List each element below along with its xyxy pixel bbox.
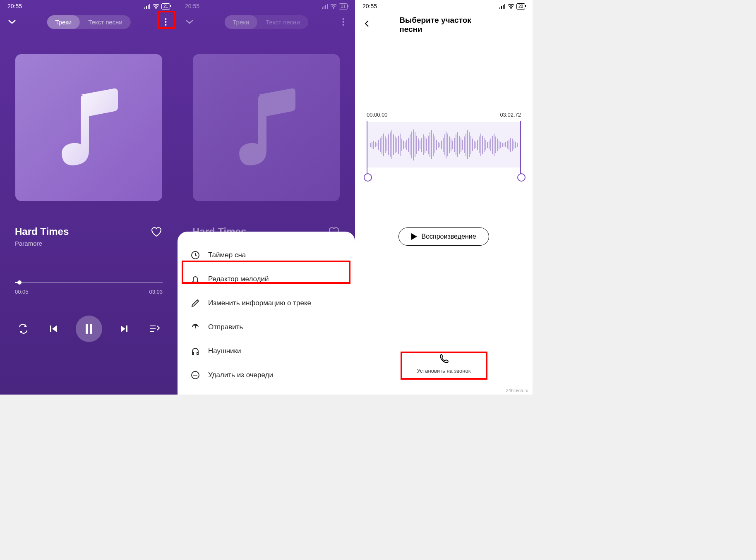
watermark: 24hitech.ru (506, 388, 528, 393)
battery-icon: 20 (516, 3, 525, 10)
signal-icon (322, 4, 328, 9)
play-button[interactable]: Воспроизведение (398, 227, 489, 246)
collapse-button[interactable] (183, 16, 196, 28)
back-button[interactable] (363, 20, 373, 30)
battery-icon: 21 (339, 3, 348, 10)
time-current: 00:05 (15, 289, 29, 295)
remove-icon (191, 371, 200, 380)
track-title: Hard Times (15, 226, 69, 237)
queue-button[interactable] (146, 321, 163, 337)
previous-button[interactable] (45, 321, 62, 337)
bell-icon (191, 275, 200, 284)
svg-point-7 (342, 24, 344, 26)
collapse-button[interactable] (6, 16, 18, 28)
menu-sleep-timer[interactable]: Таймер сна (178, 243, 355, 267)
status-icons: 21 (322, 3, 348, 10)
play-icon (411, 233, 417, 240)
track-info: Hard Times Paramore (0, 201, 178, 247)
wifi-icon (153, 4, 159, 9)
wifi-icon (330, 4, 337, 9)
status-icons: 21 (144, 3, 170, 10)
svg-rect-3 (86, 324, 88, 334)
svg-point-2 (165, 24, 166, 26)
menu-item-label: Изменить информацию о треке (208, 299, 311, 307)
tabs: Треки Текст песни (224, 15, 308, 29)
favorite-button[interactable] (150, 226, 163, 238)
next-button[interactable] (116, 321, 132, 337)
clock: 20:55 (7, 3, 22, 10)
trim-handle-start[interactable] (367, 121, 367, 175)
more-options-button[interactable] (337, 16, 349, 28)
tab-lyrics[interactable]: Текст песни (257, 15, 308, 29)
trim-handle-end[interactable] (520, 121, 521, 175)
album-art (15, 54, 162, 201)
menu-item-label: Наушники (208, 347, 241, 355)
menu-item-label: Редактор мелодий (208, 275, 269, 283)
menu-item-label: Таймер сна (208, 251, 246, 259)
menu-share[interactable]: Отправить (178, 315, 355, 339)
tab-lyrics[interactable]: Текст песни (80, 15, 131, 29)
track-artist: Paramore (15, 240, 69, 247)
set-ringtone-button[interactable]: Установить на звонок (417, 354, 471, 374)
headphones-icon (191, 347, 200, 356)
start-time: 00:00.00 (367, 112, 388, 118)
menu-headphones[interactable]: Наушники (178, 339, 355, 363)
progress-bar[interactable]: 00:05 03:03 (15, 282, 163, 295)
status-bar: 20:55 21 (178, 0, 355, 12)
wifi-icon (508, 4, 514, 9)
menu-item-label: Отправить (208, 323, 243, 331)
waveform (367, 122, 521, 168)
status-bar: 20:55 20 (355, 0, 533, 12)
music-note-icon (56, 86, 122, 169)
end-time: 03:02.72 (500, 112, 521, 118)
status-icons: 20 (499, 3, 525, 10)
tabs: Треки Текст песни (47, 15, 131, 29)
signal-icon (144, 4, 151, 9)
music-note-icon (233, 86, 300, 169)
player-screen-with-menu: 20:55 21 Треки Текст песни Hard Times (178, 0, 355, 395)
battery-icon: 21 (161, 3, 170, 10)
status-bar: 20:55 21 (0, 0, 178, 12)
tab-tracks[interactable]: Треки (47, 15, 80, 29)
top-nav: Треки Текст песни (0, 12, 178, 31)
menu-ringtone-editor[interactable]: Редактор мелодий (178, 267, 355, 291)
svg-point-1 (165, 21, 166, 23)
album-art (193, 54, 340, 201)
page-title: Выберите участок песни (399, 16, 488, 34)
signal-icon (499, 4, 506, 9)
waveform-editor[interactable]: 00:00.00 03:02.72 (367, 112, 521, 168)
svg-point-0 (165, 18, 166, 20)
playback-controls (0, 295, 178, 363)
player-screen: 20:55 21 Треки Текст песни Hard Times Pa… (0, 0, 178, 395)
more-options-button[interactable] (159, 16, 172, 28)
menu-item-label: Удалить из очереди (208, 371, 273, 379)
phone-icon (438, 354, 449, 365)
top-nav: Треки Текст песни (178, 12, 355, 31)
time-total: 03:03 (149, 289, 163, 295)
options-menu: Таймер сна Редактор мелодий Изменить инф… (178, 232, 355, 395)
share-icon (191, 323, 200, 332)
pause-button[interactable] (76, 316, 102, 342)
svg-rect-4 (90, 324, 92, 334)
menu-remove-queue[interactable]: Удалить из очереди (178, 363, 355, 387)
tab-tracks[interactable]: Треки (224, 15, 257, 29)
pencil-icon (191, 299, 200, 308)
ringtone-editor-screen: 20:55 20 Выберите участок песни 00:00.00… (355, 0, 533, 395)
menu-edit-info[interactable]: Изменить информацию о треке (178, 291, 355, 315)
header: Выберите участок песни (355, 12, 533, 37)
clock: 20:55 (185, 3, 199, 10)
play-label: Воспроизведение (421, 233, 476, 240)
clock-icon (191, 251, 200, 260)
repeat-button[interactable] (15, 321, 31, 337)
svg-point-5 (342, 18, 344, 20)
svg-point-6 (342, 21, 344, 23)
action-label: Установить на звонок (417, 368, 471, 374)
clock: 20:55 (362, 3, 377, 10)
